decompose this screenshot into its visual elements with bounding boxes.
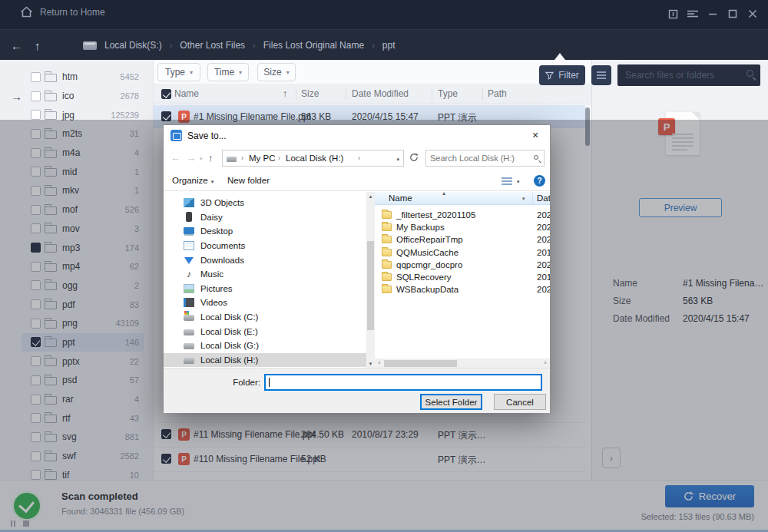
tree-item-daisy[interactable]: Daisy [164,210,366,225]
folder-icon [45,93,57,101]
select-folder-button[interactable]: Select Folder [420,394,482,410]
scroll-left-icon[interactable]: ‹ [375,359,384,368]
yellow-folder-icon [382,211,392,219]
tree-item-label: Documents [200,241,245,250]
sidebar-item-ico[interactable]: ico2678 [22,87,144,106]
horizontal-scrollbar[interactable]: ‹ › [375,359,550,368]
disk-icon [83,41,97,50]
tree-item-label: Local Disk (G:) [200,341,259,350]
address-dropdown-icon[interactable]: ▾ [396,157,399,163]
folder-list-item[interactable]: WSBackupData2021 [375,284,550,296]
breadcrumb-item[interactable]: Files Lost Original Name [263,40,364,51]
tree-item-downloads[interactable]: Downloads [164,253,366,267]
dialog-toolbar: Organize▾ New folder ▾ ? [164,170,550,191]
select-all-checkbox[interactable] [161,89,171,99]
tree-item-local-disk-g-[interactable]: Local Disk (G:) [164,339,366,353]
menu-icon[interactable] [687,8,699,20]
column-name[interactable]: Name [174,88,199,99]
tree-item-label: 3D Objects [200,198,244,207]
breadcrumb-item[interactable]: Other Lost Files [180,40,245,51]
filter-chip-time[interactable]: Time▾ [207,63,249,81]
sidebar-checkbox[interactable] [31,91,41,101]
file-type-count: 125239 [111,111,139,120]
change-view-icon[interactable] [502,177,512,185]
column-date-modified[interactable]: Date Modified [352,88,409,99]
folder-list-header[interactable]: Name ▴ ▾ Date [375,192,550,205]
scroll-right-icon[interactable]: › [541,359,550,368]
folder-list-item[interactable]: qqpcmgr_docpro2020 [375,259,550,272]
tree-item-local-disk-c-[interactable]: Local Disk (C:) [164,310,366,325]
filter-chip-type[interactable]: Type▾ [157,63,200,81]
sidebar-item-htm[interactable]: htm5452 [22,68,144,87]
filter-chip-size[interactable]: Size▾ [257,63,296,81]
dialog-search-icon[interactable] [534,155,538,160]
column-type[interactable]: Type [438,88,458,99]
scroll-up-icon[interactable]: ▴ [366,192,375,200]
folder-list-item[interactable]: QQMusicCache2017 [375,247,550,259]
dialog-address-bar[interactable]: ▾ ›My PC›Local Disk (H:)› [222,150,404,167]
home-icon [20,6,33,18]
download-icon [184,257,194,264]
cancel-button[interactable]: Cancel [494,394,546,410]
filter-button[interactable]: Filter [539,65,585,85]
help-icon[interactable]: ? [534,175,545,187]
dialog-search-input[interactable] [430,150,528,166]
tree-item-desktop[interactable]: Desktop [164,224,366,239]
breadcrumb-item[interactable]: Local Disk(S:) [104,40,162,51]
sort-ascending-icon[interactable]: ↑ [283,88,287,99]
dialog-up-icon[interactable]: ↑ [208,152,214,164]
dialog-forward-icon[interactable]: → [186,152,196,164]
release-notes-icon[interactable] [667,8,679,20]
list-column-name[interactable]: Name [389,193,412,203]
folder-list-item[interactable]: _filtertest_202011052020 [375,210,550,222]
yellow-folder-icon [382,223,392,231]
close-icon[interactable] [746,8,759,20]
breadcrumb-separator: › [372,41,375,50]
folder-date: 2021 [537,235,550,244]
refresh-icon[interactable] [409,153,419,164]
column-size[interactable]: Size [301,88,319,99]
tree-item-videos[interactable]: Videos [164,296,366,310]
tree-item-local-disk-e-[interactable]: Local Disk (E:) [164,324,366,339]
breadcrumb-item[interactable]: ppt [382,40,396,51]
minimize-icon[interactable] [707,8,719,20]
folder-icon [45,74,57,82]
address-crumb[interactable]: Local Disk (H:) [286,154,343,163]
scroll-down-icon[interactable]: ▾ [366,359,375,368]
view-mode-button[interactable] [591,65,611,85]
folder-list-item[interactable]: SQLRecovery2019 [375,272,550,284]
tree-scrollbar[interactable]: ▴ ▾ [366,192,375,368]
folder-list-item[interactable]: OfficeRepairTmp2021 [375,234,550,246]
folder-name-input[interactable] [268,375,537,389]
up-icon[interactable]: ↑ [35,39,41,52]
titlebar: Return to Home [0,0,768,29]
sidebar-checkbox[interactable] [31,110,41,120]
drive-icon [184,343,194,349]
address-crumb[interactable]: My PC [249,154,276,163]
tree-item-documents[interactable]: Documents [164,239,366,253]
list-filter-icon[interactable]: ▾ [522,196,525,202]
sidebar-checkbox[interactable] [31,72,41,82]
tree-item-3d-objects[interactable]: 3D Objects [164,196,366,210]
list-column-date[interactable]: Date [537,193,550,203]
search-input[interactable] [625,64,740,86]
return-home-button[interactable]: Return to Home [20,6,105,18]
address-separator: › [241,154,243,162]
new-folder-button[interactable]: New folder [227,176,270,185]
dialog-back-icon[interactable]: ← [170,152,180,164]
search-icon[interactable] [746,70,753,77]
folder-list-item[interactable]: My Backups2021 [375,222,550,234]
column-path[interactable]: Path [488,88,507,99]
folder-date: 2019 [537,273,550,282]
change-view-dropdown-icon[interactable]: ▾ [517,179,520,185]
tree-item-local-disk-h-[interactable]: Local Disk (H:) [164,353,366,368]
back-icon[interactable]: ← [11,39,22,52]
dialog-close-icon[interactable]: × [529,129,541,141]
tree-item-pictures[interactable]: Pictures [164,282,366,296]
dialog-body: 3D ObjectsDaisyDesktopDocumentsDownloads… [164,192,550,368]
maximize-icon[interactable] [727,8,739,20]
filter-chips-row: Type▾Time▾Size▾ [154,60,591,84]
organize-menu[interactable]: Organize▾ [172,176,214,185]
recent-locations-icon[interactable]: ▾ [200,156,203,162]
tree-item-music[interactable]: ♪Music [164,267,366,282]
